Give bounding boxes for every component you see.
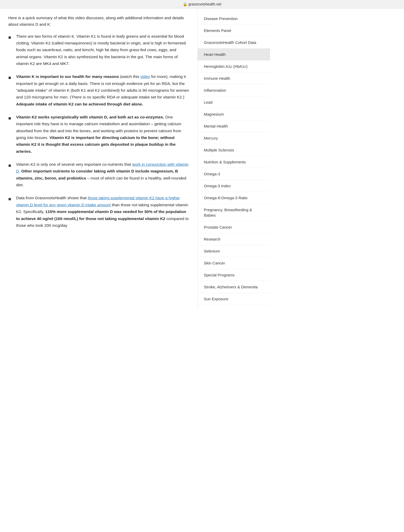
bold-text: Adequate intake of vitamin K2 can be ach… (16, 102, 143, 106)
sidebar-item-11[interactable]: Multiple Sclerosis (198, 144, 270, 156)
sidebar-item-10[interactable]: Mercury (198, 132, 270, 144)
item-text-4: Data from GrassrootsHealth shows that th… (16, 195, 189, 229)
bullet-icon-2: ■ (8, 114, 14, 122)
sidebar-item-8[interactable]: Magnesium (198, 108, 270, 120)
lock-icon: 🔒 (183, 2, 187, 6)
sidebar-item-23[interactable]: Sun Exposure (198, 293, 270, 305)
item-text-3: Vitamin K2 is only one of several very i… (16, 161, 189, 188)
list-item-2: ■Vitamin K2 works synergistically with v… (8, 114, 189, 155)
content-link[interactable]: those taking supplemental vitamin K2 hav… (16, 196, 180, 207)
list-item-1: ■Vitamin K is important to our health fo… (8, 73, 189, 108)
sidebar-item-18[interactable]: Research (198, 233, 270, 245)
content-link[interactable]: video (140, 74, 150, 79)
intro-paragraph: Here is a quick summary of what this vid… (8, 15, 189, 28)
bullet-icon-0: ■ (8, 34, 14, 42)
item-text-2: Vitamin K2 works synergistically with vi… (16, 114, 189, 155)
bold-text: Other important nutrients to consider ta… (16, 169, 178, 180)
sidebar-item-20[interactable]: Skin Cancer (198, 257, 270, 269)
list-item-4: ■Data from GrassrootsHealth shows that t… (8, 195, 189, 229)
item-text-1: Vitamin K is important to our health for… (16, 73, 189, 108)
bold-text: 115% more supplemental vitamin D was nee… (16, 209, 186, 221)
sidebar-item-14[interactable]: Omega-3 Index (198, 180, 270, 192)
content-list: ■There are two forms of vitamin K. Vitam… (8, 33, 189, 229)
sidebar-item-16[interactable]: Pregnancy, Breastfeeding & Babies (198, 204, 270, 221)
sidebar-item-0[interactable]: Disease Prevention (198, 13, 270, 25)
url-text: grassrootshealth.net (188, 2, 221, 6)
sidebar: Disease PreventionElements PanelGrassroo… (197, 9, 270, 309)
bold-text: Vitamin K2 is important for directing ca… (16, 135, 176, 154)
sidebar-item-12[interactable]: Nutrition & Supplements (198, 156, 270, 168)
sidebar-item-5[interactable]: Immune Health (198, 72, 270, 84)
sidebar-item-17[interactable]: Prostate Cancer (198, 221, 270, 233)
browser-address-bar: 🔒 grassrootshealth.net (0, 0, 404, 9)
sidebar-item-13[interactable]: Omega-3 (198, 168, 270, 180)
main-content: Here is a quick summary of what this vid… (0, 9, 197, 309)
sidebar-item-4[interactable]: Hemoglobin A1c (HbA1c) (198, 61, 270, 72)
bold-text: Vitamin K2 works synergistically with vi… (16, 115, 164, 119)
sidebar-item-1[interactable]: Elements Panel (198, 25, 270, 37)
bold-text: Vitamin K is important to our health for… (16, 74, 119, 79)
item-text-0: There are two forms of vitamin K. Vitami… (16, 33, 189, 67)
list-item-0: ■There are two forms of vitamin K. Vitam… (8, 33, 189, 67)
list-item-3: ■Vitamin K2 is only one of several very … (8, 161, 189, 188)
sidebar-item-19[interactable]: Selenium (198, 245, 270, 257)
sidebar-item-2[interactable]: GrassrootsHealth Cohort Data (198, 37, 270, 49)
sidebar-item-3[interactable]: Heart Health (198, 49, 270, 61)
sidebar-item-22[interactable]: Stroke, Alzheimers & Dementia (198, 281, 270, 293)
bullet-icon-3: ■ (8, 162, 14, 170)
sidebar-item-7[interactable]: Lead (198, 96, 270, 108)
sidebar-item-21[interactable]: Special Programs (198, 269, 270, 281)
sidebar-item-6[interactable]: Inflammation (198, 84, 270, 96)
bullet-icon-4: ■ (8, 195, 14, 203)
sidebar-item-15[interactable]: Omega-6:Omega-3 Ratio (198, 192, 270, 204)
sidebar-item-9[interactable]: Mental Health (198, 120, 270, 132)
bullet-icon-1: ■ (8, 74, 14, 82)
page-layout: Here is a quick summary of what this vid… (0, 9, 404, 309)
